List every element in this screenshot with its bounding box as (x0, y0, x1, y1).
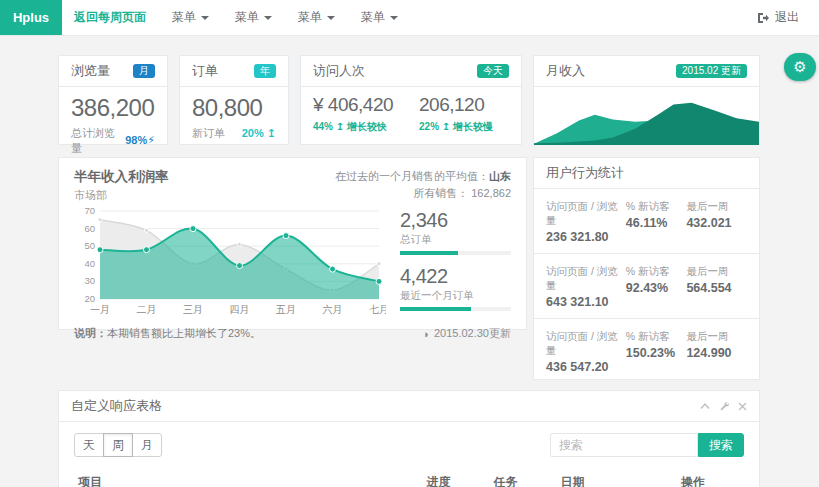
views-card-body: 386,200 总计浏览量 98%⚡ (59, 87, 167, 156)
user-stats-row-1: 访问页面 / 浏览量236 321.80 % 新访客46.11% 最后一周432… (534, 189, 759, 254)
nav-menu-4[interactable]: 菜单 (361, 9, 398, 26)
table-card-body: 天 周 月 搜索 项目 进度 任务 日期 操作 (59, 422, 759, 487)
collapse-button[interactable] (700, 402, 710, 410)
close-button[interactable] (738, 402, 747, 411)
pages-label: 访问页面 / 浏览量 (546, 264, 622, 292)
col-task: 任务 (489, 468, 556, 487)
note-label: 说明： (74, 327, 107, 339)
total-orders-progressbar (400, 251, 511, 255)
new-visitors-value: 92.43% (626, 281, 687, 295)
svg-text:30: 30 (84, 275, 95, 286)
wrench-icon (719, 401, 729, 411)
svg-text:40: 40 (84, 258, 95, 269)
avg-value: 山东 (489, 170, 511, 182)
user-stats-row-2: 访问页面 / 浏览量643 321.10 % 新访客92.43% 最后一周564… (534, 254, 759, 319)
tab-week-button[interactable]: 周 (103, 433, 133, 457)
new-visitors-value: 150.23% (626, 346, 687, 360)
income-area-chart (534, 87, 759, 145)
level-up-icon: ↥ (442, 121, 450, 132)
visits-sub-2: 22% ↥ 增长较慢 (419, 120, 493, 134)
month-orders-progressbar (400, 307, 511, 311)
tab-month-button[interactable]: 月 (132, 433, 162, 457)
col-date: 日期 (556, 468, 677, 487)
svg-text:七月: 七月 (369, 304, 386, 315)
month-orders-label: 最近一个月订单 (400, 289, 511, 303)
visits-sub-1: 44% ↥ 增长较快 (313, 120, 393, 134)
search-input[interactable] (550, 433, 698, 457)
visits-card: 访问人次 今天 ¥ 406,420 44% ↥ 增长较快 206,120 22%… (300, 55, 522, 145)
income-card-title: 月收入 (546, 62, 585, 80)
tab-day-button[interactable]: 天 (74, 433, 104, 457)
sales-label: 所有销售： (413, 187, 468, 199)
visits-card-body: ¥ 406,420 44% ↥ 增长较快 206,120 22% ↥ 增长较慢 (301, 87, 521, 134)
month-orders-value: 4,422 (400, 265, 511, 288)
user-stats-header: 用户行为统计 (534, 158, 759, 189)
table-toolbar: 天 周 月 搜索 (74, 433, 744, 457)
views-card-header: 浏览量 月 (59, 56, 167, 87)
logout-label: 退出 (775, 9, 799, 26)
last-week-value: 124.990 (686, 346, 747, 360)
views-sub-value: 98%⚡ (125, 134, 155, 147)
income-card: 月收入 2015.02 更新 (533, 55, 760, 145)
top-navbar: Hplus 返回每周页面 菜单 菜单 菜单 菜单 退出 (0, 0, 819, 36)
order-stats: 2,346 总订单 4,422 最近一个月订单 (386, 205, 511, 321)
gear-icon: ⚙ (793, 58, 806, 76)
search-group: 搜索 (550, 433, 744, 457)
col-project: 项目 (74, 468, 422, 487)
nav-menu-3[interactable]: 菜单 (298, 9, 335, 26)
logout-button[interactable]: 退出 (757, 9, 799, 26)
col-action: 操作 (677, 468, 744, 487)
orders-card-body: 80,800 新订单 20% ↥ (180, 87, 288, 141)
views-card-title: 浏览量 (71, 62, 110, 80)
svg-text:50: 50 (84, 240, 95, 251)
revenue-chart-card: 半年收入利润率 市场部 在过去的一个月销售的平均值：山东 所有销售： 162,8… (58, 157, 527, 330)
brand-logo[interactable]: Hplus (0, 0, 62, 35)
revenue-line-chart: 203040506070一月二月三月四月五月六月七月 (74, 205, 386, 317)
nav-menu-1[interactable]: 菜单 (172, 9, 209, 26)
caret-down-icon (264, 16, 272, 20)
level-up-icon: ↥ (267, 127, 276, 139)
user-stats-row-3: 访问页面 / 浏览量436 547.20 % 新访客150.23% 最后一周12… (534, 319, 759, 383)
revenue-chart-titles: 半年收入利润率 市场部 (74, 168, 169, 203)
table-header-row: 项目 进度 任务 日期 操作 (74, 468, 744, 487)
search-button[interactable]: 搜索 (698, 433, 744, 457)
income-badge: 2015.02 更新 (676, 64, 747, 78)
svg-text:五月: 五月 (276, 304, 296, 315)
nav-menu-2[interactable]: 菜单 (235, 9, 272, 26)
svg-text:60: 60 (84, 223, 95, 234)
config-button[interactable] (719, 401, 729, 411)
total-orders-value: 2,346 (400, 209, 511, 232)
projects-table: 项目 进度 任务 日期 操作 米莫说 | MiMO Show 20% (74, 468, 744, 487)
visits-value-1: ¥ 406,420 (313, 94, 393, 116)
pages-value: 643 321.10 (546, 295, 622, 309)
svg-text:三月: 三月 (183, 304, 203, 315)
avg-label: 在过去的一个月销售的平均值： (335, 170, 489, 182)
revenue-chart-footer: 说明：本期销售额比上期增长了23%。 ◗2015.02.30更新 (59, 321, 526, 346)
ibox-tools (700, 401, 747, 411)
settings-fab[interactable]: ⚙ (784, 53, 816, 81)
caret-down-icon (390, 16, 398, 20)
caret-down-icon (327, 16, 335, 20)
period-button-group: 天 周 月 (74, 433, 162, 457)
note-text: 本期销售额比上期增长了23%。 (107, 327, 261, 339)
svg-text:四月: 四月 (230, 304, 250, 315)
svg-text:20: 20 (84, 293, 95, 304)
orders-card: 订单 年 80,800 新订单 20% ↥ (179, 55, 289, 145)
orders-value: 80,800 (192, 94, 276, 122)
views-sub-label: 总计浏览量 (71, 126, 125, 156)
user-stats-card: 用户行为统计 访问页面 / 浏览量236 321.80 % 新访客46.11% … (533, 157, 760, 380)
views-value: 386,200 (71, 94, 155, 122)
dashboard-screen: Hplus 返回每周页面 菜单 菜单 菜单 菜单 退出 ⚙ (0, 0, 819, 487)
last-week-label: 最后一周 (686, 199, 747, 213)
home-link[interactable]: 返回每周页面 (74, 9, 146, 26)
visits-card-header: 访问人次 今天 (301, 56, 521, 87)
revenue-chart-header: 半年收入利润率 市场部 在过去的一个月销售的平均值：山东 所有销售： 162,8… (59, 158, 526, 203)
views-badge: 月 (133, 64, 155, 78)
updated-text: 2015.02.30更新 (434, 326, 511, 341)
pages-label: 访问页面 / 浏览量 (546, 199, 622, 227)
caret-down-icon (201, 16, 209, 20)
nav-menu-label: 菜单 (172, 9, 196, 26)
nav-menu-label: 菜单 (298, 9, 322, 26)
svg-text:二月: 二月 (137, 304, 157, 315)
nav-menu-label: 菜单 (361, 9, 385, 26)
